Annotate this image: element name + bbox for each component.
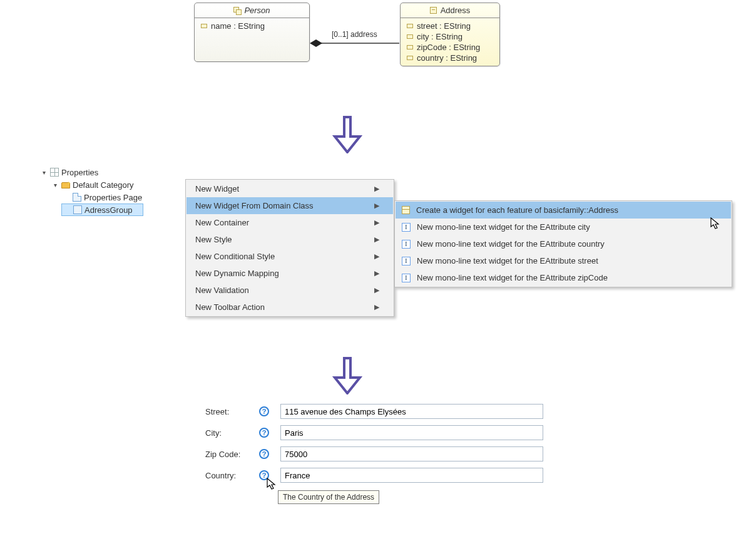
tree-item-label: Properties [61, 168, 98, 177]
input-street[interactable] [280, 404, 543, 419]
uml-attr-country: country : EString [407, 53, 493, 63]
context-menu[interactable]: New Widget▶ New Widget From Domain Class… [185, 179, 394, 317]
chevron-right-icon: ▶ [374, 185, 379, 193]
uml-attr-name: name : EString [201, 21, 303, 31]
menu-item-new-conditional-style[interactable]: New Conditional Style▶ [186, 248, 393, 265]
uml-class-address[interactable]: Address street : EString city : EString … [400, 3, 500, 66]
submenu-item-text-street[interactable]: New mono-line text widget for the EAttri… [396, 252, 731, 269]
group-icon [73, 205, 82, 214]
text-widget-icon [402, 240, 411, 249]
twisty-icon[interactable] [40, 168, 48, 176]
tree-item-default-category[interactable]: Default Category [50, 178, 143, 191]
chevron-right-icon: ▶ [374, 252, 379, 260]
tree-item-label: AdressGroup [84, 205, 133, 215]
uml-attr-street: street : EString [407, 21, 493, 31]
properties-form: Street: ? City: ? Zip Code: ? Country: ?… [205, 404, 543, 489]
menu-item-new-style[interactable]: New Style▶ [186, 231, 393, 248]
properties-icon [50, 168, 59, 177]
down-arrow-icon [332, 116, 363, 153]
class-icon [402, 206, 410, 214]
folder-icon [61, 182, 70, 188]
help-icon[interactable]: ? [259, 406, 269, 416]
chevron-right-icon: ▶ [374, 202, 379, 210]
label-country: Country: [205, 471, 259, 480]
uml-attr-city: city : EString [407, 31, 493, 42]
input-country[interactable] [280, 468, 543, 483]
tree-context-area: Properties Default Category Properties P… [0, 166, 756, 354]
tree-item-adressgroup[interactable]: AdressGroup [61, 204, 143, 216]
help-icon[interactable]: ? [259, 470, 269, 480]
association-line [310, 37, 401, 49]
chevron-right-icon: ▶ [374, 219, 379, 227]
uml-class-address-title-row: Address [401, 3, 499, 18]
form-row-city: City: ? [205, 425, 543, 440]
class-icon [430, 7, 437, 14]
label-city: City: [205, 428, 259, 438]
form-row-street: Street: ? [205, 404, 543, 419]
uml-class-person-body: name : EString [195, 18, 309, 61]
attribute-icon [407, 56, 413, 60]
uml-class-address-body: street : EString city : EString zipCode … [401, 18, 499, 66]
text-widget-icon [402, 274, 411, 282]
label-zip: Zip Code: [205, 450, 259, 459]
tooltip-country: The Country of the Address [278, 490, 379, 504]
page-icon [73, 193, 81, 202]
menu-item-new-toolbar-action[interactable]: New Toolbar Action▶ [186, 299, 393, 316]
twisty-icon[interactable] [51, 181, 59, 188]
form-row-zip: Zip Code: ? [205, 446, 543, 461]
attribute-icon [407, 24, 413, 28]
uml-diagram: Person name : EString Address street : E… [0, 3, 756, 109]
menu-item-new-dynamic-mapping[interactable]: New Dynamic Mapping▶ [186, 265, 393, 282]
submenu-item-text-country[interactable]: New mono-line text widget for the EAttri… [396, 235, 731, 252]
chevron-right-icon: ▶ [374, 235, 379, 244]
menu-item-new-widget-from-domain-class[interactable]: New Widget From Domain Class▶ [186, 197, 393, 214]
attribute-icon [201, 24, 207, 28]
uml-class-person[interactable]: Person name : EString [194, 3, 310, 62]
form-row-country: Country: ? [205, 468, 543, 483]
text-widget-icon [402, 223, 411, 232]
uml-class-person-title: Person [244, 6, 270, 15]
input-city[interactable] [280, 425, 543, 440]
association-label: [0..1] address [332, 30, 377, 39]
tree-item-label: Properties Page [84, 193, 142, 202]
menu-item-new-container[interactable]: New Container▶ [186, 214, 393, 231]
help-icon[interactable]: ? [259, 428, 269, 438]
chevron-right-icon: ▶ [374, 286, 379, 294]
context-submenu[interactable]: Create a widget for each feature of basi… [394, 200, 732, 287]
tree-item-properties[interactable]: Properties [39, 166, 143, 178]
menu-item-new-validation[interactable]: New Validation▶ [186, 282, 393, 299]
input-zip[interactable] [280, 446, 543, 461]
uml-attr-zipcode: zipCode : EString [407, 42, 493, 53]
tree-item-label: Default Category [73, 180, 134, 190]
menu-item-new-widget[interactable]: New Widget▶ [186, 180, 393, 197]
uml-class-person-title-row: Person [195, 3, 309, 18]
uml-class-address-title: Address [441, 6, 471, 15]
submenu-item-create-all-features[interactable]: Create a widget for each feature of basi… [396, 202, 731, 219]
text-widget-icon [402, 257, 411, 265]
tree-view[interactable]: Properties Default Category Properties P… [39, 166, 143, 216]
chevron-right-icon: ▶ [374, 303, 379, 311]
tree-item-properties-page[interactable]: Properties Page [61, 191, 143, 204]
help-icon[interactable]: ? [259, 449, 269, 459]
down-arrow-icon [332, 357, 363, 394]
chevron-right-icon: ▶ [374, 269, 379, 277]
submenu-item-text-city[interactable]: New mono-line text widget for the EAttri… [396, 219, 731, 235]
attribute-icon [407, 45, 413, 49]
submenu-item-text-zipcode[interactable]: New mono-line text widget for the EAttri… [396, 269, 731, 286]
classifier-icon [233, 7, 240, 14]
svg-marker-1 [310, 39, 322, 47]
attribute-icon [407, 34, 413, 39]
label-street: Street: [205, 407, 259, 416]
